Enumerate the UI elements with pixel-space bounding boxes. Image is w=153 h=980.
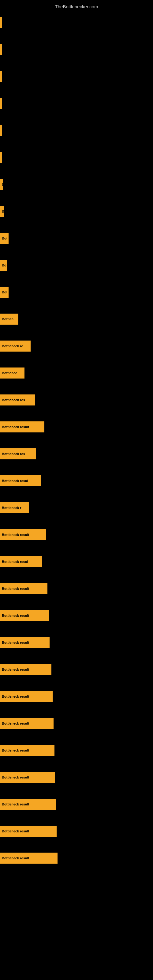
bar-row: Bot [0, 279, 153, 305]
bar-row: Bottleneck result [0, 764, 153, 791]
bar-label-14: Bottlenec [2, 371, 17, 375]
bar-label-20: Bottleneck result [2, 533, 29, 536]
bar-label-22: Bottleneck result [2, 587, 29, 590]
bar-label-7: B [2, 183, 3, 186]
bar-26: Bottleneck result [0, 691, 53, 702]
bar-row: Bottleneck r [0, 494, 153, 521]
bar-row: | [0, 9, 153, 36]
bar-label-17: Bottleneck res [2, 452, 25, 456]
bar-14: Bottlenec [0, 368, 24, 379]
bar-5: | [0, 125, 2, 136]
bar-label-12: Bottlen [2, 317, 13, 321]
bar-row: Bottlen [0, 305, 153, 332]
bar-18: Bottleneck resul [0, 475, 41, 486]
bar-30: Bottleneck result [0, 799, 56, 810]
bar-23: Bottleneck result [0, 610, 49, 621]
bar-11: Bot [0, 286, 9, 298]
bar-17: Bottleneck res [0, 449, 36, 460]
bar-label-13: Bottleneck re [2, 344, 23, 348]
bar-label-8: B [2, 210, 4, 213]
bar-3: E [0, 71, 2, 82]
bar-2: | [0, 44, 2, 55]
bar-row: Bottlenec [0, 360, 153, 387]
bar-label-19: Bottleneck r [2, 506, 21, 510]
bars-container: ||E||EBBBotBoBotBottlenBottleneck reBott… [0, 9, 153, 872]
bar-row: Bottleneck result [0, 710, 153, 737]
bar-25: Bottleneck result [0, 664, 51, 675]
bar-4: | [0, 98, 2, 109]
bar-row: Bottleneck result [0, 656, 153, 683]
bar-27: Bottleneck result [0, 718, 54, 729]
bar-row: | [0, 117, 153, 144]
bar-label-11: Bot [2, 290, 7, 294]
bar-row: Bottleneck result [0, 521, 153, 548]
bar-row: Bottleneck result [0, 602, 153, 629]
bar-row: Bottleneck re [0, 332, 153, 360]
bar-24: Bottleneck result [0, 637, 49, 648]
bar-15: Bottleneck res [0, 395, 35, 406]
bar-13: Bottleneck re [0, 340, 30, 352]
bar-8: B [0, 206, 4, 217]
bar-20: Bottleneck result [0, 529, 46, 540]
bar-row: Bottleneck result [0, 575, 153, 602]
bar-row: Bottleneck res [0, 441, 153, 467]
bar-label-30: Bottleneck result [2, 802, 29, 806]
bar-row: E [0, 144, 153, 171]
bar-label-32: Bottleneck result [2, 856, 29, 860]
bar-row: Bottleneck result [0, 845, 153, 872]
bar-28: Bottleneck result [0, 745, 54, 756]
bar-row: Bottleneck result [0, 818, 153, 845]
bar-9: Bot [0, 233, 9, 244]
bar-label-27: Bottleneck result [2, 722, 29, 725]
bar-row: | [0, 90, 153, 117]
bar-label-25: Bottleneck result [2, 668, 29, 671]
bar-29: Bottleneck result [0, 772, 55, 783]
bar-21: Bottleneck resul [0, 556, 42, 567]
bar-label-31: Bottleneck result [2, 829, 29, 833]
bar-label-26: Bottleneck result [2, 695, 29, 698]
bar-label-23: Bottleneck result [2, 614, 29, 617]
bar-1: | [0, 17, 2, 28]
bar-label-28: Bottleneck result [2, 748, 29, 752]
bar-22: Bottleneck result [0, 583, 48, 594]
bar-row: Bottleneck result [0, 414, 153, 441]
bar-label-29: Bottleneck result [2, 775, 29, 779]
bar-row: Bottleneck resul [0, 467, 153, 494]
bar-7: B [0, 179, 3, 190]
bar-row: Bottleneck result [0, 683, 153, 710]
bar-row: Bottleneck result [0, 791, 153, 818]
bar-label-16: Bottleneck result [2, 425, 29, 429]
bar-6: E [0, 152, 2, 163]
bar-row: Bottleneck res [0, 387, 153, 414]
bar-12: Bottlen [0, 313, 18, 325]
bar-label-9: Bot [2, 236, 7, 240]
bar-row: Bottleneck result [0, 737, 153, 764]
bar-19: Bottleneck r [0, 502, 29, 513]
bar-label-15: Bottleneck res [2, 398, 25, 402]
bar-row: Bottleneck result [0, 629, 153, 656]
bar-row: | [0, 36, 153, 63]
bar-label-18: Bottleneck resul [2, 479, 28, 483]
bar-row: B [0, 171, 153, 198]
bar-row: Bot [0, 225, 153, 252]
bar-16: Bottleneck result [0, 422, 45, 433]
bar-row: E [0, 63, 153, 90]
bar-row: B [0, 198, 153, 225]
bar-label-10: Bo [2, 263, 6, 267]
bar-label-21: Bottleneck resul [2, 560, 28, 563]
bar-31: Bottleneck result [0, 826, 57, 837]
bar-row: Bo [0, 252, 153, 279]
bar-label-24: Bottleneck result [2, 641, 29, 644]
bar-10: Bo [0, 260, 7, 271]
bar-32: Bottleneck result [0, 853, 57, 864]
bar-row: Bottleneck resul [0, 548, 153, 575]
